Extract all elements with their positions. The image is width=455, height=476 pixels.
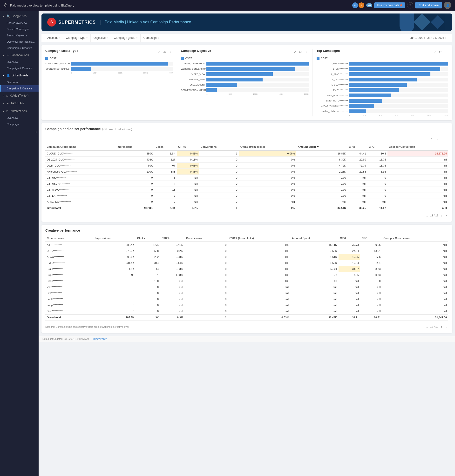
next-page-creative-button[interactable]: › — [444, 325, 448, 329]
sidebar-group-linkedin-ads[interactable]: ▾ 👤 LinkedIn Ads — [0, 72, 39, 79]
sidebar-item-search-campaigns[interactable]: Search Campaigns — [0, 26, 39, 32]
info-button[interactable]: ? — [407, 2, 413, 8]
next-page-button[interactable]: › — [444, 213, 448, 218]
chevron-down-icon: ▾ — [59, 37, 60, 39]
th-impressions-c[interactable]: Impressions — [93, 235, 136, 242]
sidebar: ▾ 🔍 Google Ads Search Overview Search Ca… — [0, 11, 39, 476]
chevron-down-icon: ▾ — [158, 37, 159, 39]
campaign-table: Campaign Group Name Impressions Clicks C… — [45, 143, 448, 211]
th-clicks-c[interactable]: Clicks — [136, 235, 160, 242]
status-footer: Data Last Updated: 6/11/2024 11:41:13 AM… — [39, 336, 455, 342]
filter-date-range[interactable]: Jan 1, 2024 - Jan 31, 2024 ▾ — [407, 34, 449, 42]
logo-circle: S — [47, 18, 56, 26]
table-row: Supe********** 93 1 1.08% 0 0% 0.73 7.85… — [45, 272, 448, 278]
th-clicks[interactable]: Clicks — [154, 143, 177, 151]
chevron-down-icon-fb: ▾ — [3, 54, 4, 57]
collaborator-count: +8 — [366, 3, 372, 7]
edit-share-button[interactable]: Edit and share — [415, 2, 442, 8]
sidebar-item-fb-campaign-creative[interactable]: Campaign & Creative — [0, 65, 39, 71]
table-row: Awareness_GLO********** 100K 383 0.38% 0… — [45, 169, 448, 175]
bar-engagement: ENGAGEMENT — [181, 83, 309, 87]
chart-more-button[interactable]: ⋮ — [304, 50, 309, 54]
th-ctr[interactable]: CTR% — [177, 143, 199, 151]
privacy-policy-link[interactable]: Privacy Policy — [92, 338, 106, 340]
bar-l-ceu: L_CEU*********** — [317, 83, 448, 87]
chart-2-controls: ⤢ Az ⋮ — [293, 50, 309, 54]
th-impressions[interactable]: Impressions — [115, 143, 154, 151]
chart-2-axis: 0 50K 100K 150K 200K — [181, 93, 309, 95]
chart-more-button[interactable]: ⋮ — [444, 50, 448, 54]
sidebar-item-fb-overview[interactable]: Overview — [0, 59, 39, 65]
main-layout: ▾ 🔍 Google Ads Search Overview Search Ca… — [0, 11, 455, 476]
th-amount-spent[interactable]: Amount Spent ▼ — [296, 143, 348, 151]
prev-page-creative-button[interactable]: ‹ — [439, 325, 443, 329]
sidebar-item-overview-not-incl[interactable]: Overview (not incl. searc... — [0, 39, 39, 45]
sidebar-item-search-keywords[interactable]: Search Keywords — [0, 32, 39, 39]
bar-conversation: CONVERSATION_STARTER — [181, 88, 309, 92]
sidebar-item-pin-campaign[interactable]: Campaign — [0, 121, 39, 127]
th-amount-c[interactable]: Amount Spent — [291, 235, 339, 242]
table-row: GS_USCA********** 0 4 null 0 0% 0.00 nul… — [45, 181, 448, 187]
collapse-button[interactable]: ‹ — [35, 130, 37, 134]
th-creative-name[interactable]: Creative name — [45, 235, 93, 242]
campaign-table-controls: ↑ ↓ ⋮ — [45, 136, 448, 142]
sidebar-item-search-overview[interactable]: Search Overview — [0, 20, 39, 26]
th-cpc-c[interactable]: CPC — [360, 235, 382, 242]
sidebar-item-li-overview[interactable]: Overview — [0, 79, 39, 85]
th-cpm[interactable]: CPM — [348, 143, 367, 151]
th-cpc[interactable]: CPC — [367, 143, 388, 151]
sidebar-group-facebook-ads[interactable]: ▾ ♡ Facebook Ads — [0, 52, 39, 59]
legend-cost-box-2 — [181, 57, 184, 60]
chart-expand-button[interactable]: ⤢ — [157, 50, 161, 54]
th-conversions-c[interactable]: Conversions — [185, 235, 228, 242]
sidebar-group-x-ads[interactable]: ▸ □ X Ads (Twitter) — [0, 92, 39, 99]
sidebar-x-ads-label: X Ads (Twitter) — [10, 94, 28, 97]
chart-sort-button[interactable]: Az — [162, 50, 167, 54]
table-row: Sout********** 0 0 null 0 null null null… — [45, 308, 448, 315]
campaign-table-subtitle: (drill down to ad set level) — [102, 128, 132, 131]
chart-sort-button[interactable]: Az — [438, 50, 443, 54]
sidebar-section-tiktok: ▸ ★ TikTok Ads — [0, 100, 39, 107]
filter-campaign-group[interactable]: Campaign group ▾ — [111, 34, 141, 42]
th-cost-per-conv[interactable]: Cost per Conversion — [388, 143, 448, 151]
chart-sort-button[interactable]: Az — [298, 50, 303, 54]
bar-l-uk: L_UK*********** — [317, 67, 448, 71]
sort-asc-button[interactable]: ↑ — [429, 136, 434, 142]
sidebar-item-google-campaign-creative[interactable]: Campaign & Creative — [0, 45, 39, 51]
th-ctr-c[interactable]: CTR% — [160, 235, 185, 242]
sidebar-group-google-ads[interactable]: ▾ 🔍 Google Ads — [0, 13, 39, 20]
sidebar-item-pin-overview[interactable]: Overview — [0, 115, 39, 121]
sidebar-item-li-campaign-creative[interactable]: Campaign & Creative — [0, 85, 39, 92]
prev-page-button[interactable]: ‹ — [439, 213, 443, 218]
bar-video-view: VIDEO_VIEW — [181, 72, 309, 76]
sort-desc-button[interactable]: ↓ — [435, 136, 440, 142]
use-own-data-button[interactable]: Use my own data — [374, 2, 405, 8]
creative-table: Creative name Impressions Clicks CTR% Co… — [45, 235, 448, 321]
bar-l-usca: L_USCA********** — [317, 62, 448, 65]
filter-campaign-type[interactable]: Campaign type ▾ — [63, 34, 91, 42]
filter-campaign[interactable]: Campaign ▾ — [141, 34, 162, 42]
user-avatar[interactable]: 👤 — [444, 2, 451, 9]
sidebar-collapse[interactable]: ‹ — [0, 128, 39, 136]
th-cvr-c[interactable]: CVR% (from clicks) — [228, 235, 290, 242]
filter-objective[interactable]: Objective ▾ — [91, 34, 111, 42]
th-conversions[interactable]: Conversions — [199, 143, 239, 151]
th-cost-conv-c[interactable]: Cost per Conversion — [382, 235, 448, 242]
chart-more-button[interactable]: ⋮ — [168, 50, 173, 54]
table-more-button[interactable]: ⋮ — [442, 136, 448, 142]
filter-account[interactable]: Account ▾ — [44, 34, 63, 42]
bar-fill — [71, 67, 91, 71]
th-campaign-group[interactable]: Campaign Group Name — [45, 143, 115, 151]
sidebar-group-pinterest-ads[interactable]: ▾ □ Pinterest Ads — [0, 108, 39, 115]
sidebar-pinterest-ads-label: Pinterest Ads — [10, 109, 27, 113]
chart-expand-button[interactable]: ⤢ — [433, 50, 437, 54]
chart-1-controls: ⤢ Az ⋮ — [157, 50, 173, 54]
avatar-2: T — [358, 2, 364, 8]
chart-expand-button[interactable]: ⤢ — [293, 50, 297, 54]
th-cpm-c[interactable]: CPM — [339, 235, 360, 242]
th-cvr[interactable]: CVR% (from clicks) — [239, 143, 296, 151]
table-row: Brain********** 1.5K 14 0.93% 0 0% 52.24… — [45, 266, 448, 272]
table-row: Ad_********** 380.4K 1.6K 0.41% 0 0% 15.… — [45, 242, 448, 248]
sidebar-group-tiktok-ads[interactable]: ▸ ★ TikTok Ads — [0, 100, 39, 107]
campaign-table-section: Campaign and ad set performance (drill d… — [41, 123, 452, 222]
